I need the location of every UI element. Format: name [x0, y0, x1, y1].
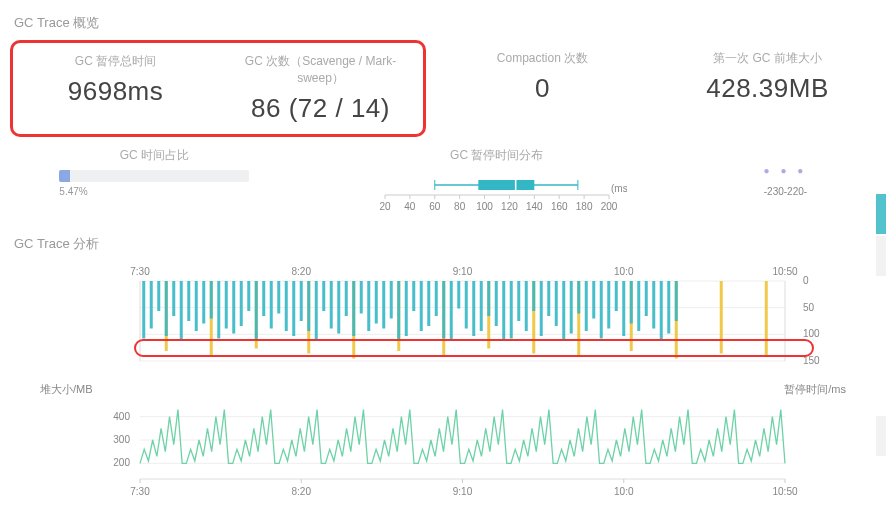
- stat-compaction: Compaction 次数 0: [434, 40, 651, 137]
- heap-y-axis-label: 堆大小/MB: [40, 382, 93, 397]
- svg-text:140: 140: [526, 201, 543, 212]
- svg-text:40: 40: [404, 201, 416, 212]
- svg-text:9:10: 9:10: [453, 486, 473, 497]
- svg-rect-3: [478, 180, 534, 190]
- svg-text:50: 50: [803, 302, 815, 313]
- section-title-analysis: GC Trace 分析: [14, 235, 876, 253]
- card-pause-dist: GC 暂停时间分布 20406080100120140160180200(ms): [299, 147, 695, 217]
- stat-pause-total: GC 暂停总时间 9698ms: [13, 43, 218, 134]
- stat-value: 428.39MB: [665, 73, 870, 104]
- svg-text:300: 300: [113, 434, 130, 445]
- svg-text:10:50: 10:50: [772, 486, 797, 497]
- range-label: -230-220-: [705, 186, 866, 197]
- section-title-overview: GC Trace 概览: [14, 14, 876, 32]
- stat-value: 9698ms: [19, 76, 212, 107]
- svg-text:10:0: 10:0: [614, 266, 634, 277]
- svg-text:(ms): (ms): [611, 183, 627, 194]
- stat-label: Compaction 次数: [440, 50, 645, 67]
- stat-value: 86 (72 / 14): [224, 93, 417, 124]
- svg-text:9:10: 9:10: [453, 266, 473, 277]
- svg-text:0: 0: [803, 275, 809, 286]
- card-title: GC 时间占比: [20, 147, 289, 164]
- svg-text:160: 160: [551, 201, 568, 212]
- heap-size-chart: 4003002007:308:209:1010:010:50: [40, 397, 820, 507]
- svg-text:60: 60: [429, 201, 441, 212]
- card-range: ● ● ● -230-220-: [695, 147, 876, 217]
- stat-value: 0: [440, 73, 645, 104]
- timeline-wrap: 7:308:209:1010:010:50050100150 堆大小/MB 暂停…: [40, 263, 846, 510]
- svg-text:100: 100: [803, 328, 820, 339]
- stat-label: GC 暂停总时间: [19, 53, 212, 70]
- svg-text:80: 80: [454, 201, 466, 212]
- svg-text:120: 120: [501, 201, 518, 212]
- stats-row: GC 暂停总时间 9698ms GC 次数（Scavenge / Mark-sw…: [10, 40, 876, 137]
- svg-text:7:30: 7:30: [130, 486, 150, 497]
- sub-card-row: GC 时间占比 5.47% GC 暂停时间分布 2040608010012014…: [10, 147, 876, 217]
- highlight-line-150ms: [134, 339, 814, 357]
- svg-text:400: 400: [113, 411, 130, 422]
- svg-text:180: 180: [576, 201, 593, 212]
- stat-first-heap: 第一次 GC 前堆大小 428.39MB: [659, 40, 876, 137]
- svg-text:10:0: 10:0: [614, 486, 634, 497]
- svg-text:100: 100: [476, 201, 493, 212]
- svg-text:8:20: 8:20: [292, 266, 312, 277]
- svg-text:20: 20: [379, 201, 391, 212]
- svg-text:200: 200: [113, 457, 130, 468]
- scroll-indicators: [876, 194, 886, 494]
- svg-text:10:50: 10:50: [772, 266, 797, 277]
- progress-pct: 5.47%: [59, 186, 249, 197]
- range-dots: ● ● ●: [705, 165, 866, 176]
- svg-text:200: 200: [600, 201, 617, 212]
- highlight-box-stats: GC 暂停总时间 9698ms GC 次数（Scavenge / Mark-sw…: [10, 40, 426, 137]
- card-time-ratio: GC 时间占比 5.47%: [10, 147, 299, 217]
- pause-y-axis-label: 暂停时间/ms: [784, 382, 846, 397]
- progressbar-fill: [59, 170, 69, 182]
- card-title: GC 暂停时间分布: [309, 147, 685, 164]
- svg-text:8:20: 8:20: [292, 486, 312, 497]
- boxplot-chart: 20406080100120140160180200(ms): [367, 170, 627, 214]
- svg-text:7:30: 7:30: [130, 266, 150, 277]
- progressbar: [59, 170, 249, 182]
- stat-label: GC 次数（Scavenge / Mark-sweep）: [224, 53, 417, 87]
- stat-label: 第一次 GC 前堆大小: [665, 50, 870, 67]
- stat-gc-count: GC 次数（Scavenge / Mark-sweep） 86 (72 / 14…: [218, 43, 423, 134]
